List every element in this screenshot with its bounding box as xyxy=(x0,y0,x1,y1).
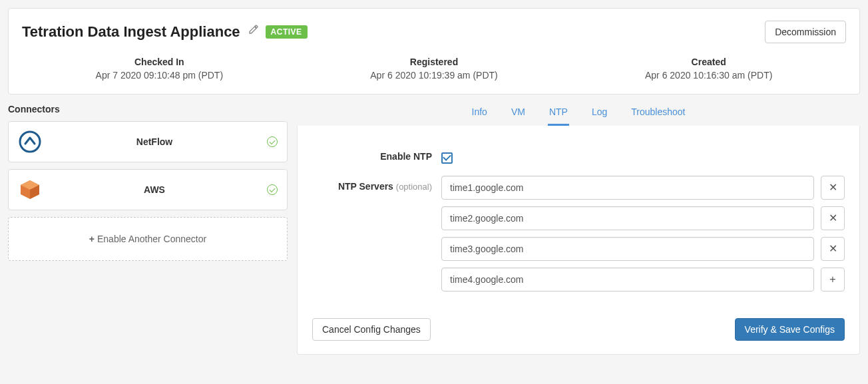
ntp-server-input[interactable] xyxy=(441,206,814,230)
remove-server-button[interactable]: ✕ xyxy=(821,176,845,200)
meta-row: Checked In Apr 7 2020 09:10:48 pm (PDT) … xyxy=(22,57,846,81)
enable-ntp-label: Enable NTP xyxy=(380,151,432,162)
meta-label: Created xyxy=(571,57,846,67)
remove-server-button[interactable]: ✕ xyxy=(821,206,845,230)
aws-icon xyxy=(18,178,42,202)
status-badge: ACTIVE xyxy=(266,25,308,39)
cancel-button[interactable]: Cancel Config Changes xyxy=(312,318,431,341)
tab-troubleshoot[interactable]: Troubleshoot xyxy=(630,104,686,126)
plus-icon: + xyxy=(829,274,835,286)
ntp-servers-label: NTP Servers xyxy=(338,181,393,192)
close-icon: ✕ xyxy=(829,212,837,224)
connector-name: AWS xyxy=(53,184,256,195)
tab-vm[interactable]: VM xyxy=(510,104,527,126)
edit-icon[interactable] xyxy=(247,24,259,41)
connector-item-aws[interactable]: AWS xyxy=(8,169,288,210)
close-icon: ✕ xyxy=(829,181,837,194)
add-connector-label: Enable Another Connector xyxy=(97,234,206,244)
tab-ntp[interactable]: NTP xyxy=(548,104,569,126)
optional-label: (optional) xyxy=(396,182,432,192)
ntp-server-input[interactable] xyxy=(441,176,814,200)
svg-point-0 xyxy=(20,132,40,152)
meta-label: Checked In xyxy=(22,57,297,67)
netflow-icon xyxy=(18,130,42,154)
tab-log[interactable]: Log xyxy=(590,104,608,126)
meta-value: Apr 6 2020 10:19:39 am (PDT) xyxy=(297,70,572,81)
appliance-header: Tetration Data Ingest Appliance ACTIVE D… xyxy=(8,8,860,95)
plus-icon: + xyxy=(89,234,95,244)
ntp-server-input[interactable] xyxy=(441,237,814,261)
status-ok-icon xyxy=(267,184,278,195)
ntp-server-input[interactable] xyxy=(441,268,814,291)
ntp-panel: Enable NTP NTP Servers (optional) ✕ xyxy=(297,126,860,355)
meta-label: Registered xyxy=(297,57,572,67)
page-title: Tetration Data Ingest Appliance xyxy=(22,23,240,41)
verify-save-button[interactable]: Verify & Save Configs xyxy=(735,318,845,341)
add-connector-button[interactable]: +Enable Another Connector xyxy=(8,217,288,261)
tab-info[interactable]: Info xyxy=(471,104,489,126)
meta-value: Apr 6 2020 10:16:30 am (PDT) xyxy=(571,70,846,81)
connector-name: NetFlow xyxy=(53,136,256,147)
connector-item-netflow[interactable]: NetFlow xyxy=(8,121,288,162)
tabs: Info VM NTP Log Troubleshoot xyxy=(297,104,860,126)
meta-value: Apr 7 2020 09:10:48 pm (PDT) xyxy=(22,70,297,81)
close-icon: ✕ xyxy=(829,242,837,255)
status-ok-icon xyxy=(267,136,278,147)
decommission-button[interactable]: Decommission xyxy=(765,21,846,43)
add-server-button[interactable]: + xyxy=(821,268,845,291)
enable-ntp-checkbox[interactable] xyxy=(441,152,453,164)
connectors-heading: Connectors xyxy=(8,104,288,114)
remove-server-button[interactable]: ✕ xyxy=(821,237,845,261)
